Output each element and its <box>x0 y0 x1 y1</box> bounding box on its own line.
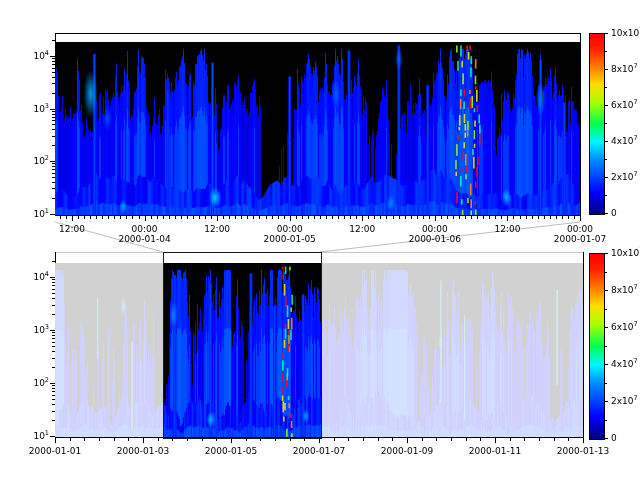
zoom-y-minor-tick <box>52 129 55 130</box>
overview-y-major-tick <box>50 436 55 437</box>
zoom-x-minor-tick <box>253 216 254 219</box>
overview-x-minor-tick <box>304 438 305 441</box>
zoom-x-minor-tick <box>193 216 194 219</box>
zoom-x-major-tick <box>507 216 508 221</box>
overview-y-minor-tick <box>52 411 55 412</box>
zoom-x-minor-tick <box>538 216 539 219</box>
zoom-y-minor-tick <box>52 40 55 41</box>
zoom-x-minor-tick <box>120 216 121 219</box>
zoom-x-minor-tick <box>477 216 478 219</box>
overview-x-minor-tick <box>290 438 291 441</box>
overview-y-minor-tick <box>52 385 55 386</box>
overview-y-minor-tick <box>52 282 55 283</box>
zoom-x-minor-tick <box>205 216 206 219</box>
zoom-x-tick-label: 00:00 <box>405 224 465 234</box>
zoom-x-minor-tick <box>556 216 557 219</box>
overview-y-tick-label: 101 <box>19 431 49 441</box>
overview-y-minor-tick <box>52 351 55 352</box>
zoom-x-minor-tick <box>520 216 521 219</box>
zoom-y-minor-tick <box>52 173 55 174</box>
zoom-y-major-tick <box>50 56 55 57</box>
zoom-x-minor-tick <box>157 216 158 219</box>
zoom-y-minor-tick <box>52 117 55 118</box>
overview-x-minor-tick <box>202 438 203 441</box>
overview-colorbar-major-tick <box>604 401 608 402</box>
zoom-x-minor-tick <box>126 216 127 219</box>
overview-x-major-tick <box>231 438 232 443</box>
zoom-y-minor-tick <box>52 83 55 84</box>
overview-x-minor-tick <box>436 438 437 441</box>
overview-y-major-tick <box>50 330 55 331</box>
overview-x-minor-tick <box>84 438 85 441</box>
overview-x-minor-tick <box>334 438 335 441</box>
zoom-colorbar-major-tick <box>604 177 608 178</box>
overview-colorbar-tick-label: 8x107 <box>611 285 640 295</box>
zoom-region-box <box>163 252 322 439</box>
zoom-colorbar-tick-label: 10x107 <box>611 28 640 38</box>
zoom-x-minor-tick <box>259 216 260 219</box>
zoom-x-minor-tick <box>223 216 224 219</box>
zoom-x-minor-tick <box>187 216 188 219</box>
zoom-x-minor-tick <box>96 216 97 219</box>
overview-colorbar-major-tick <box>604 327 608 328</box>
zoom-x-minor-tick <box>284 216 285 219</box>
zoom-y-major-tick <box>50 161 55 162</box>
zoom-y-tick-label: 102 <box>19 156 49 166</box>
overview-x-minor-tick <box>378 438 379 441</box>
zoom-colorbar-major-tick <box>604 69 608 70</box>
zoom-y-minor-tick <box>52 77 55 78</box>
overview-x-minor-tick <box>466 438 467 441</box>
zoom-x-minor-tick <box>211 216 212 219</box>
zoom-colorbar <box>589 33 605 215</box>
overview-y-major-tick <box>50 383 55 384</box>
overview-y-tick-label: 104 <box>19 272 49 282</box>
overview-y-minor-tick <box>52 388 55 389</box>
overview-x-minor-tick <box>451 438 452 441</box>
overview-colorbar-minor-tick <box>604 420 607 421</box>
zoom-x-tick-label: 00:00 <box>115 224 175 234</box>
zoom-x-minor-tick <box>278 216 279 219</box>
zoom-x-major-tick <box>290 216 291 221</box>
overview-colorbar-major-tick <box>604 438 608 439</box>
overview-x-tick-label: 2000-01-09 <box>374 446 440 456</box>
zoom-colorbar-minor-tick <box>604 123 607 124</box>
zoom-y-minor-tick <box>52 58 55 59</box>
zoom-x-major-tick <box>435 216 436 221</box>
overview-colorbar-minor-tick <box>604 272 607 273</box>
zoom-colorbar-minor-tick <box>604 159 607 160</box>
zoom-y-minor-tick <box>52 93 55 94</box>
overview-colorbar-tick-label: 10x107 <box>611 248 640 258</box>
overview-y-minor-tick <box>52 305 55 306</box>
overview-colorbar-major-tick <box>604 253 608 254</box>
overview-x-minor-tick <box>99 438 100 441</box>
zoom-x-date-label: 2000-01-07 <box>545 234 615 244</box>
overview-colorbar-tick-label: 2x107 <box>611 396 640 406</box>
overview-x-minor-tick <box>392 438 393 441</box>
zoom-x-minor-tick <box>568 216 569 219</box>
overview-x-major-tick <box>407 438 408 443</box>
overview-y-minor-tick <box>52 358 55 359</box>
overview-y-minor-tick <box>52 285 55 286</box>
zoom-x-minor-tick <box>229 216 230 219</box>
zoom-y-minor-tick <box>52 136 55 137</box>
overview-y-major-tick <box>50 277 55 278</box>
zoom-x-date-label: 2000-01-05 <box>255 234 325 244</box>
zoom-x-minor-tick <box>344 216 345 219</box>
overview-y-minor-tick <box>52 391 55 392</box>
zoom-x-minor-tick <box>241 216 242 219</box>
overview-x-tick-label: 2000-01-11 <box>462 446 528 456</box>
zoom-x-minor-tick <box>139 216 140 219</box>
zoom-x-minor-tick <box>550 216 551 219</box>
zoom-x-minor-tick <box>272 216 273 219</box>
overview-y-minor-tick <box>52 332 55 333</box>
zoom-x-minor-tick <box>447 216 448 219</box>
zoom-x-minor-tick <box>423 216 424 219</box>
zoom-y-tick-label: 103 <box>19 104 49 114</box>
zoom-x-major-tick <box>362 216 363 221</box>
overview-x-minor-tick <box>568 438 569 441</box>
overview-colorbar-minor-tick <box>604 309 607 310</box>
zoom-x-minor-tick <box>393 216 394 219</box>
overview-x-minor-tick <box>128 438 129 441</box>
zoom-x-major-tick <box>580 216 581 221</box>
overview-y-minor-tick <box>52 289 55 290</box>
